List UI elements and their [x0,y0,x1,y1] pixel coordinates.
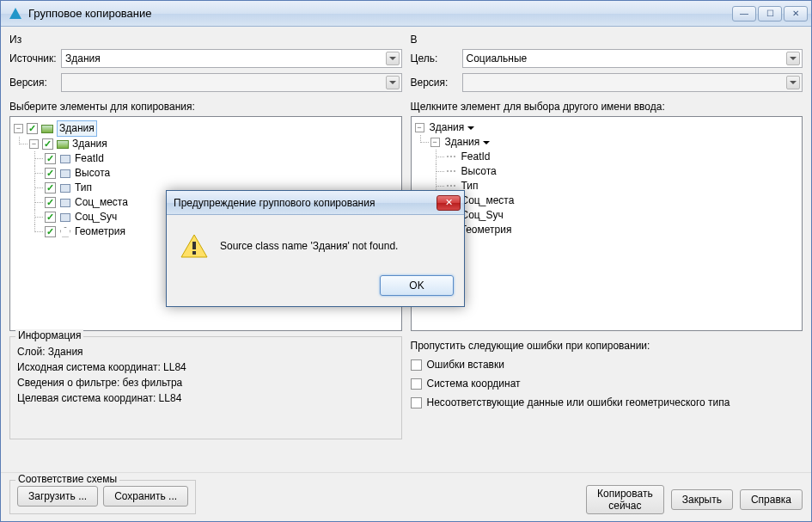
from-header: Из [9,32,402,49]
tree-field-label[interactable]: Соц_Syч [75,210,117,224]
checkbox[interactable] [45,153,56,164]
target-combo[interactable]: Социальные [462,49,803,68]
version-label-right: Версия: [411,77,462,89]
layer-icon [41,123,53,135]
chevron-down-icon[interactable] [386,52,400,65]
tree-field-label[interactable]: Геометрия [75,224,125,239]
tree-field-label[interactable]: Соц_места [75,195,128,210]
to-panel: В Цель: Социальные Версия: Щелкните элем… [411,32,803,439]
checkbox[interactable] [45,168,56,179]
tree-field-label[interactable]: Тип [75,181,92,195]
skip-coord-system[interactable]: Система координат [411,378,803,390]
source-combo[interactable]: Здания [61,49,402,68]
save-button[interactable]: Сохранить ... [103,486,188,507]
tree-layer-label[interactable]: Здания [72,137,107,151]
checkbox[interactable] [27,123,38,134]
layer-icon [57,138,69,150]
schema-mapping-box: Соответствие схемы Загрузить ... Сохрани… [9,480,196,514]
info-title: Информация [15,329,83,341]
checkbox[interactable] [45,197,56,208]
field-icon [59,168,71,180]
version-combo-right [462,73,803,92]
svg-rect-3 [192,251,196,255]
info-filter: Сведения о фильтре: без фильтра [17,377,394,389]
checkbox[interactable] [45,182,56,193]
left-tree-label: Выберите элементы для копирования: [9,101,402,113]
tree-root-label[interactable]: Здания [57,120,97,137]
source-label: Источник: [9,52,61,64]
dialog-message: Source class name 'Здания' not found. [220,240,398,252]
field-icon [59,153,71,165]
tree-field-label[interactable]: FeatId [461,150,491,164]
dialog-close-button[interactable]: ✕ [437,195,461,211]
chevron-down-icon [386,76,400,89]
version-combo-left [61,73,402,92]
svg-marker-0 [9,8,21,19]
svg-rect-2 [192,242,196,249]
target-value: Социальные [467,52,528,64]
warning-dialog: Предупреждение группового копирования ✕ … [166,190,465,307]
source-value: Здания [65,52,101,64]
right-tree-label: Щелкните элемент для выбора другого имен… [411,101,803,113]
chevron-down-icon[interactable] [786,52,800,65]
help-button[interactable]: Справка [740,489,803,510]
warning-icon [180,234,208,258]
minimize-button[interactable]: — [732,6,756,21]
tree-field-label[interactable]: Высота [75,166,110,181]
info-src-cs: Исходная система координат: LL84 [17,361,394,373]
load-button[interactable]: Загрузить ... [17,486,98,507]
checkbox[interactable] [45,212,56,223]
skip-title: Пропустить следующие ошибки при копирова… [411,340,803,352]
checkbox[interactable] [42,138,53,150]
to-header: В [411,32,803,49]
expander-icon[interactable]: − [29,139,39,149]
checkbox[interactable] [45,226,56,237]
chevron-down-icon [786,76,800,89]
app-icon [8,6,23,21]
info-dst-cs: Целевая система координат: LL84 [17,392,394,404]
field-icon [59,182,71,194]
tree-field-label[interactable]: Соц_места [461,193,515,208]
version-label-left: Версия: [9,77,61,89]
tree-field-label[interactable]: Геометрия [461,223,512,237]
dialog-title: Предупреждение группового копирования [174,197,437,209]
main-window: Групповое копирование — ☐ ✕ Из Источник:… [0,0,812,522]
footer: Соответствие схемы Загрузить ... Сохрани… [1,472,811,521]
skip-errors-box: Пропустить следующие ошибки при копирова… [411,336,803,439]
close-dialog-button[interactable]: Закрыть [671,489,733,510]
info-layer: Слой: Здания [17,346,394,358]
maximize-button[interactable]: ☐ [758,6,782,21]
field-icon [59,197,71,209]
tree-layer-label[interactable]: Здания [445,135,491,150]
close-button[interactable]: ✕ [784,6,808,21]
schema-title: Соответствие схемы [15,473,119,485]
dialog-ok-button[interactable]: OK [380,275,454,296]
geometry-icon [59,226,71,238]
expander-icon[interactable]: − [14,124,23,133]
expander-icon[interactable]: − [415,123,424,132]
tree-root-label[interactable]: Здания [430,120,475,135]
copy-now-button[interactable]: Копировать сейчас [586,485,664,514]
skip-geom-errors[interactable]: Несоответствующие данные или ошибки геом… [411,396,803,408]
dialog-titlebar[interactable]: Предупреждение группового копирования ✕ [167,191,464,215]
expander-icon[interactable]: − [430,138,440,147]
target-label: Цель: [411,52,462,64]
info-box: Информация Слой: Здания Исходная система… [9,336,402,439]
tree-field-label[interactable]: Соц_Syч [461,208,504,223]
tree-field-label[interactable]: Высота [461,164,497,179]
titlebar[interactable]: Групповое копирование — ☐ ✕ [1,1,811,27]
target-tree[interactable]: − Здания − Здания ⋯F [411,116,803,331]
field-icon [59,212,71,224]
window-title: Групповое копирование [28,7,732,20]
tree-field-label[interactable]: FeatId [75,151,104,166]
skip-insert-errors[interactable]: Ошибки вставки [411,359,803,371]
